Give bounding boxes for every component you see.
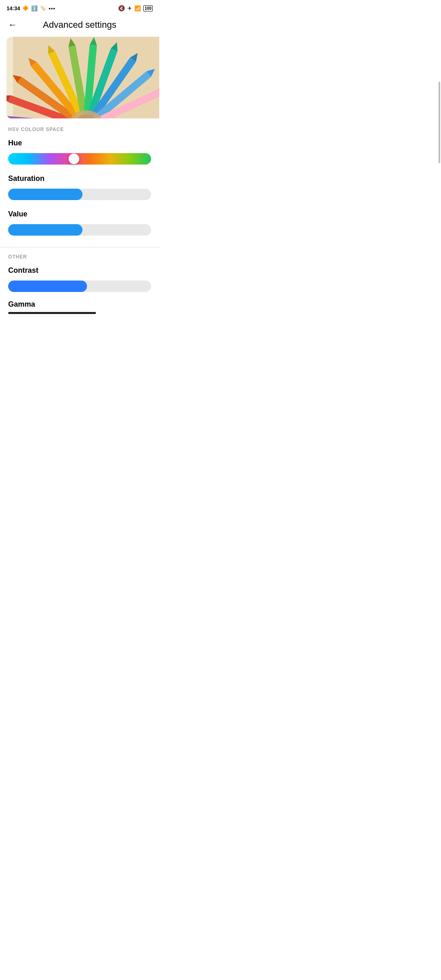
contrast-fill (8, 281, 87, 292)
section-divider (0, 247, 159, 247)
klokki-icon: 🔶 (22, 5, 29, 11)
gamma-bar[interactable] (8, 312, 96, 314)
saturation-fill (8, 189, 82, 200)
hue-thumb[interactable] (69, 154, 79, 164)
contrast-slider-section: Contrast (0, 265, 159, 300)
status-left: 14:34 🔶 ℹ️ 🏷️ ••• (7, 5, 56, 11)
more-icon: ••• (49, 5, 56, 11)
page-header: ← Advanced settings (0, 15, 159, 37)
battery-icon: 100 (143, 5, 153, 11)
hue-label: Hue (8, 139, 151, 147)
page-title: Advanced settings (22, 20, 137, 30)
back-button[interactable]: ← (8, 20, 17, 30)
other-section-label: OTHER (0, 254, 159, 265)
gamma-label: Gamma (0, 300, 159, 309)
contrast-slider[interactable] (8, 281, 151, 292)
contrast-label: Contrast (8, 266, 151, 275)
gamma-section: Gamma (0, 300, 159, 321)
saturation-slider[interactable] (8, 189, 151, 200)
info-icon: ℹ️ (31, 5, 38, 11)
value-fill (8, 224, 82, 236)
tag-icon: 🏷️ (40, 5, 46, 11)
value-slider-section: Value (0, 208, 159, 244)
hue-slider-section: Hue (0, 137, 159, 173)
airplane-icon: ✈ (127, 5, 132, 11)
status-bar: 14:34 🔶 ℹ️ 🏷️ ••• 🔇 ✈ 📶 100 (0, 0, 159, 15)
time-display: 14:34 (7, 5, 20, 11)
wifi-icon: 📶 (134, 5, 141, 11)
pencils-svg (7, 37, 159, 118)
saturation-label: Saturation (8, 174, 151, 183)
hue-slider[interactable] (8, 153, 151, 165)
saturation-slider-section: Saturation (0, 173, 159, 208)
preview-image (7, 37, 159, 118)
value-slider[interactable] (8, 224, 151, 236)
value-label: Value (8, 210, 151, 218)
status-right: 🔇 ✈ 📶 100 (118, 5, 153, 11)
mute-icon: 🔇 (118, 5, 125, 11)
hsv-section-label: HSV COLOUR SPACE (0, 127, 159, 137)
